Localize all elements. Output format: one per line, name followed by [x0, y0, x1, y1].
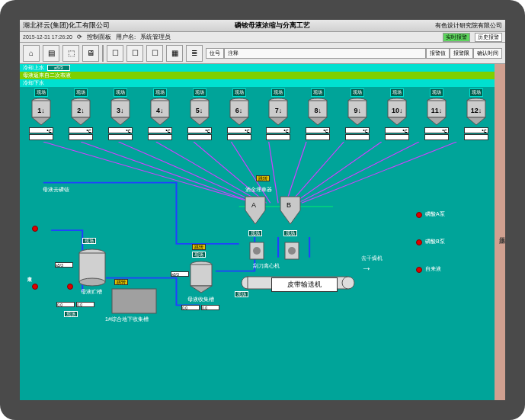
tank-val-field[interactable]	[345, 134, 370, 140]
tank-temp-field[interactable]: ℃	[464, 127, 488, 133]
coll-ctrl2[interactable]: 现场	[192, 252, 206, 258]
svg-marker-26	[348, 117, 367, 125]
tool-flow-icon[interactable]: ⬚	[62, 45, 79, 62]
svg-point-39	[253, 247, 261, 255]
svg-marker-11	[151, 117, 169, 125]
tank-temp-field[interactable]: ℃	[187, 127, 212, 133]
crystallizer-tank-9: 现场9↓℃	[341, 88, 374, 140]
tank-temp-field[interactable]: ℃	[306, 127, 330, 133]
menu-control[interactable]: 控制面板	[87, 33, 111, 41]
ug-ctrl[interactable]: 跳转	[114, 279, 128, 286]
col-tag: 位号	[206, 48, 224, 59]
toolbar: ⌂ ▤ ⬚ 🖥 ☐ ☐ ☐ ▦ ≣ 位号 注释 报警值 报警限 确认时间	[20, 43, 505, 64]
centrifuge-2	[283, 241, 300, 261]
tank-val-field[interactable]	[148, 134, 172, 140]
tab-realtime-alarm[interactable]: 实时报警	[443, 33, 470, 42]
tank-ctrl[interactable]: 现场	[74, 88, 88, 97]
tank-ctrl[interactable]: 现场	[351, 88, 364, 97]
tank-val-field[interactable]	[108, 134, 133, 140]
svg-point-47	[79, 278, 105, 286]
pump-indicator-3	[67, 284, 73, 290]
tank-ctrl[interactable]: 现场	[114, 88, 127, 97]
collector-tank	[189, 261, 213, 295]
tank-val-field[interactable]	[266, 134, 290, 140]
tank-number: 3↓	[117, 107, 124, 114]
strip-cooling-out: 冷却下水	[20, 79, 505, 87]
crystallizer-tank-12: 现场12↓℃	[459, 88, 493, 140]
tank-val-field[interactable]	[69, 134, 93, 140]
timestamp: 2015-12-31 17:26:20	[23, 34, 72, 40]
strip-mother-liquor: 母液返来自二次布液	[20, 72, 505, 79]
tank-number: 4↓	[156, 107, 164, 114]
tool-box3-icon[interactable]: ☐	[146, 45, 163, 62]
tank-number: 12↓	[471, 107, 482, 114]
tank-val-field[interactable]	[29, 134, 53, 140]
tool-monitor-icon[interactable]: 🖥	[82, 45, 99, 62]
svg-marker-32	[427, 117, 446, 125]
centrifuge-1	[248, 241, 265, 261]
tank-ctrl[interactable]: 现场	[311, 88, 325, 97]
tool-box2-icon[interactable]: ☐	[126, 45, 143, 62]
pump-indicator-2	[32, 284, 38, 290]
coll-v1: 0.0	[181, 305, 200, 310]
coll-ctrl1[interactable]: 跳转	[192, 244, 206, 251]
tank-number: 6↓	[235, 107, 243, 114]
tool-bars-icon[interactable]: ≣	[186, 45, 203, 62]
tool-chart-icon[interactable]: ▤	[43, 45, 59, 62]
storage-ctrl[interactable]: 现场	[82, 238, 96, 245]
pump-a-label: 磷酸A泵	[425, 210, 445, 218]
tank-val-field[interactable]	[385, 134, 409, 140]
tank-ctrl[interactable]: 现场	[430, 88, 443, 97]
tank-number: 9↓	[354, 107, 361, 114]
refresh-icon[interactable]: ⟳	[77, 34, 82, 40]
tank-temp-field[interactable]: ℃	[266, 127, 290, 133]
separator-title: 酒金埋草器	[245, 186, 272, 194]
tank-ctrl[interactable]: 现场	[232, 88, 246, 97]
tank-temp-field[interactable]: ℃	[148, 127, 172, 133]
tab-history-alarm[interactable]: 历史报警	[475, 33, 502, 42]
tank-temp-field[interactable]: ℃	[69, 127, 93, 133]
tank-temp-field[interactable]: ℃	[108, 127, 133, 133]
tank-ctrl[interactable]: 现场	[469, 88, 483, 97]
pump-c-indicator	[416, 267, 422, 273]
tool-home-icon[interactable]: ⌂	[23, 45, 40, 62]
tank-ctrl[interactable]: 现场	[193, 88, 206, 97]
tank-temp-field[interactable]: ℃	[385, 127, 409, 133]
monitor-frame: 湖北祥云(集团)化工有限公司 磷铵母液浓缩与分离工艺 有色设计研究院有限公司 2…	[0, 0, 525, 420]
tank-val-field[interactable]	[306, 134, 330, 140]
tank-val-field[interactable]	[187, 134, 212, 140]
tank-number: 10↓	[392, 107, 403, 114]
tank-val-field[interactable]	[424, 134, 449, 140]
tank-temp-field[interactable]: ℃	[345, 127, 370, 133]
separator-b: B	[279, 195, 302, 226]
storage-label: 母液贮槽	[81, 288, 102, 296]
svg-marker-2	[32, 117, 50, 125]
tank-ctrl[interactable]: 现场	[153, 88, 167, 97]
cent2-ctrl[interactable]: 现场	[283, 230, 297, 237]
tank-number: 2↓	[77, 107, 85, 114]
svg-marker-20	[269, 117, 287, 125]
crystallizer-tank-10: 现场10↓℃	[380, 88, 414, 140]
process-title: 磷铵母液浓缩与分离工艺	[110, 21, 435, 30]
sep-ctrl[interactable]: 跳转	[256, 175, 270, 182]
cent1-ctrl[interactable]: 现场	[248, 230, 262, 237]
tank-val-field[interactable]	[464, 134, 488, 140]
menu-bar: 2015-12-31 17:26:20 ⟳ 控制面板 用户名: 系统管理员 实时…	[20, 32, 505, 43]
toolbar-sep	[102, 45, 104, 62]
svg-marker-29	[388, 117, 406, 125]
tank-temp-field[interactable]: ℃	[424, 127, 449, 133]
tank-ctrl[interactable]: 现场	[34, 88, 48, 97]
tank-temp-field[interactable]: ℃	[29, 127, 53, 133]
lctrl[interactable]: 现场	[64, 311, 78, 318]
underground-tank	[111, 288, 157, 315]
tank-temp-field[interactable]: ℃	[227, 127, 251, 133]
tank-ctrl[interactable]: 现场	[390, 88, 404, 97]
tool-box1-icon[interactable]: ☐	[107, 45, 123, 62]
svg-marker-35	[467, 117, 485, 125]
tank-ctrl[interactable]: 现场	[271, 88, 285, 97]
svg-marker-14	[190, 117, 209, 125]
tool-grid-icon[interactable]: ▦	[166, 45, 183, 62]
svg-point-44	[342, 277, 354, 289]
tank-val-field[interactable]	[227, 134, 251, 140]
belt-ctrl[interactable]: 现场	[235, 291, 248, 298]
